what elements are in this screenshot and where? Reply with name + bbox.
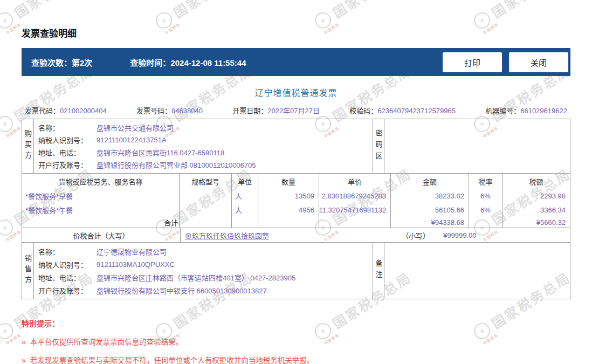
invoice-check-page: 发票查验明细 查验次数：第2次 查验时间：2024-12-08 11:55:44… bbox=[0, 0, 592, 364]
bullet-icon: » bbox=[22, 356, 26, 364]
item-taxrate: 6% bbox=[469, 203, 502, 217]
item-name: *餐饮服务*早餐 bbox=[22, 189, 179, 203]
total-tax: ¥5660.32 bbox=[502, 217, 570, 228]
amount-figures-label: （小写） bbox=[402, 230, 430, 241]
col-header-taxrate: 税率 bbox=[469, 174, 502, 189]
item-tax: 2293.98 bbox=[502, 189, 570, 203]
check-code: 校验码：62364079423712579965 bbox=[349, 105, 456, 116]
password-area-label: 密码区 bbox=[373, 119, 384, 173]
seller-info: 名称：辽宁德晟物业有限公司 纳税人识别号：91211103MA10QPUXXC … bbox=[34, 243, 373, 299]
invoice-number: 发票号码：84638040 bbox=[136, 105, 203, 116]
seller-bank-row: 开户行及账号：盘锦银行股份有限公司中银支行 660050130900013827 bbox=[34, 284, 373, 297]
buyer-bank-row: 开户行及账号：盘锦银行股份有限公司营业部 08100012010006705 bbox=[34, 159, 373, 171]
buyer-section: 购买方 名称：盘锦市公共交通有限公司 纳税人识别号：91211100122413… bbox=[22, 119, 570, 173]
item-tax: 3366.34 bbox=[502, 203, 570, 217]
item-price: 2.830188679245283 bbox=[319, 189, 390, 203]
check-count: 查验次数：第2次 bbox=[31, 57, 92, 68]
total-amount: ¥94338.68 bbox=[390, 217, 469, 228]
col-header-spec: 规格型号 bbox=[179, 174, 231, 189]
grand-total-label: 价税合计（大写） bbox=[22, 228, 181, 242]
notice-item: »若发现发票查验结果与实际交易不符，任何单位或个人有权拒收并向当地税务机关举报。 bbox=[22, 354, 570, 364]
remarks-label: 备注 bbox=[373, 243, 384, 299]
notices-title: 特别提示： bbox=[22, 318, 570, 328]
machine-number: 机器编号：661029619622 bbox=[485, 105, 567, 116]
invoice-table: 购买方 名称：盘锦市公共交通有限公司 纳税人识别号：91211100122413… bbox=[22, 119, 570, 299]
seller-address-row: 地址、电话：盘锦市兴隆台区庄林路西（市客运站四楼401室） 0427-28239… bbox=[34, 271, 373, 284]
password-area bbox=[384, 119, 570, 173]
buyer-side-label: 购买方 bbox=[22, 119, 34, 173]
invoice-code: 发票代码：021002000404 bbox=[25, 105, 107, 116]
check-count-label: 查验次数： bbox=[31, 58, 72, 67]
close-button[interactable]: 关闭 bbox=[509, 52, 568, 72]
buyer-name-row: 名称：盘锦市公共交通有限公司 bbox=[34, 121, 373, 134]
bullet-icon: » bbox=[22, 338, 26, 346]
remarks-area bbox=[384, 243, 570, 299]
grand-total-row: 价税合计（大写） ⊗玖万玖仟玖佰玖拾玖圆整 （小写） ¥99999.00 bbox=[22, 228, 570, 242]
seller-taxid-row: 纳税人识别号：91211103MA10QPUXXC bbox=[34, 258, 373, 271]
toolbar: 查验次数：第2次 查验时间：2024-12-08 11:55:44 打印 关闭 bbox=[22, 48, 570, 76]
amount-in-words: ⊗玖万玖仟玖佰玖拾玖圆整 bbox=[185, 230, 269, 241]
item-taxrate: 6% bbox=[469, 189, 502, 203]
item-qty: 4956 bbox=[258, 203, 319, 217]
item-spec bbox=[179, 189, 231, 203]
item-amount: 38233.02 bbox=[390, 189, 469, 203]
item-spec bbox=[179, 203, 231, 217]
item-qty: 13509 bbox=[258, 189, 319, 203]
seller-name-row: 名称：辽宁德晟物业有限公司 bbox=[34, 245, 373, 258]
col-header-tax: 税额 bbox=[502, 174, 570, 189]
special-notices: 特别提示： »本平台仅提供所查询发票票面信息的查验结果。 »若发现发票查验结果与… bbox=[22, 318, 570, 364]
items-table: 货物或应税劳务、服务名称 规格型号 单位 数量 单价 金额 税率 税额 *餐饮服… bbox=[22, 173, 570, 228]
col-header-unit: 单位 bbox=[231, 174, 258, 189]
col-header-name: 货物或应税劳务、服务名称 bbox=[22, 174, 179, 189]
notice-item: »本平台仅提供所查询发票票面信息的查验结果。 bbox=[22, 336, 570, 347]
item-name: *餐饮服务*午餐 bbox=[22, 203, 179, 217]
check-time: 查验时间：2024-12-08 11:55:44 bbox=[130, 57, 246, 68]
item-price: 11.320754716981132 bbox=[319, 203, 390, 217]
item-unit: 人 bbox=[231, 189, 258, 203]
seller-section: 销售方 名称：辽宁德晟物业有限公司 纳税人识别号：91211103MA10QPU… bbox=[22, 242, 570, 299]
buyer-taxid-row: 纳税人识别号：91211100122413751A bbox=[34, 134, 373, 146]
col-header-price: 单价 bbox=[319, 174, 390, 189]
buyer-info: 名称：盘锦市公共交通有限公司 纳税人识别号：91211100122413751A… bbox=[34, 119, 373, 173]
check-time-value: 2024-12-08 11:55:44 bbox=[170, 58, 246, 67]
item-unit: 人 bbox=[231, 203, 258, 217]
check-time-label: 查验时间： bbox=[130, 58, 170, 67]
print-button[interactable]: 打印 bbox=[443, 52, 502, 72]
item-amount: 56105.66 bbox=[390, 203, 469, 217]
invoice-date: 开票日期：2022年07月27日 bbox=[232, 105, 320, 116]
col-header-amount: 金额 bbox=[390, 174, 469, 189]
check-count-value: 第2次 bbox=[72, 58, 92, 67]
page-title: 发票查验明细 bbox=[22, 0, 570, 39]
invoice-meta-row: 发票代码：021002000404 发票号码：84638040 开票日期：202… bbox=[22, 105, 570, 116]
amount-figures: ¥99999.00 bbox=[443, 231, 476, 239]
seller-side-label: 销售方 bbox=[22, 243, 34, 299]
buyer-address-row: 地址、电话：盘锦市兴隆台区惠宾街116 0427-6590118 bbox=[34, 146, 373, 159]
invoice-title: 辽宁增值税普通发票 bbox=[22, 86, 570, 99]
col-header-qty: 数量 bbox=[258, 174, 319, 189]
total-row-label: 合计 bbox=[22, 217, 179, 228]
